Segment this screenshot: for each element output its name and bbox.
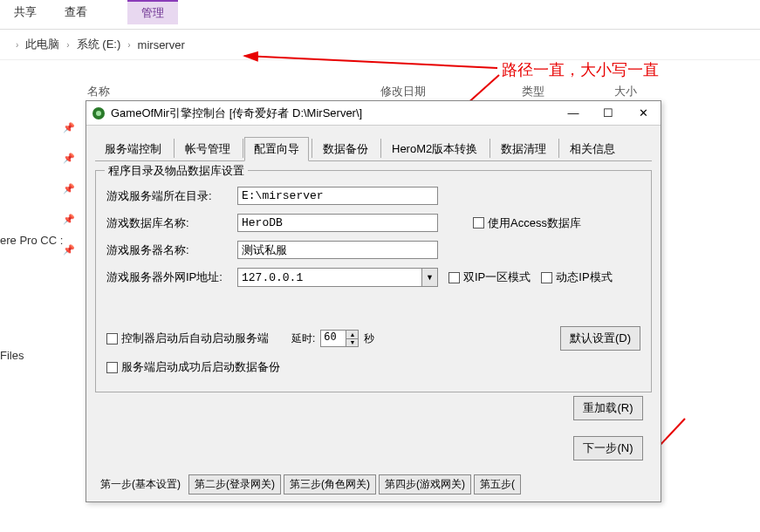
label-unit: 秒 — [364, 331, 374, 346]
svg-point-4 — [96, 111, 101, 116]
next-button[interactable]: 下一步(N) — [573, 436, 643, 460]
label-ip: 游戏服务器外网IP地址: — [106, 269, 237, 285]
tab-view[interactable]: 查看 — [51, 1, 101, 24]
label-dir: 游戏服务端所在目录: — [106, 188, 237, 204]
bc-thispc[interactable]: 此电脑 — [25, 37, 59, 52]
tab-cleanup[interactable]: 数据清理 — [491, 137, 556, 161]
spin-up-icon[interactable]: ▲ — [346, 331, 358, 339]
pin-icon: 📌 — [63, 244, 75, 256]
input-server-name[interactable] — [237, 241, 438, 259]
pin-icon: 📌 — [63, 153, 75, 164]
dialog-window: GameOfMir引擎控制台 [传奇爱好者 D:\MirServer\] — ☐… — [86, 100, 661, 502]
step-2[interactable]: 第二步(登录网关) — [188, 474, 281, 494]
ribbon-tabs: 共享 查看 管理 — [0, 0, 760, 24]
col-size[interactable]: 大小 — [614, 84, 637, 99]
label-db: 游戏数据库名称: — [106, 215, 237, 231]
checkbox-autostart[interactable]: 控制器启动后自动启动服务端 — [106, 331, 269, 346]
step-4[interactable]: 第四步(游戏网关) — [379, 474, 471, 494]
col-name[interactable]: 名称 — [87, 84, 110, 99]
checkbox-access[interactable]: 使用Access数据库 — [473, 215, 581, 231]
group-title: 程序目录及物品数据库设置 — [105, 163, 248, 179]
maximize-button[interactable]: ☐ — [591, 101, 626, 126]
spin-down-icon[interactable]: ▼ — [346, 339, 358, 347]
combo-ip[interactable]: 127.0.0.1 ▼ — [237, 268, 438, 287]
label-delay: 延时: — [291, 331, 315, 346]
tab-account[interactable]: 帐号管理 — [175, 137, 240, 161]
tab-server-control[interactable]: 服务端控制 — [95, 137, 171, 161]
checkbox-autobackup[interactable]: 服务端启动成功后启动数据备份 — [106, 359, 280, 375]
column-headers: 名称 修改日期 类型 大小 — [87, 84, 637, 99]
tab-config-wizard[interactable]: 配置向导 — [244, 137, 309, 161]
minimize-button[interactable]: — — [556, 101, 591, 126]
window-title: GameOfMir引擎控制台 [传奇爱好者 D:\MirServer\] — [111, 106, 556, 121]
step-5[interactable]: 第五步( — [474, 474, 521, 494]
settings-group: 程序目录及物品数据库设置 游戏服务端所在目录: 游戏数据库名称: 使用Acces… — [95, 170, 652, 392]
checkbox-dualip[interactable]: 双IP一区模式 — [448, 269, 531, 285]
dialog-tabs: 服务端控制 帐号管理 配置向导 数据备份 HeroM2版本转换 数据清理 相关信… — [95, 136, 652, 161]
bc-drive[interactable]: 系统 (E:) — [77, 37, 121, 52]
sidebar-item[interactable]: ere Pro CC : — [0, 234, 63, 247]
input-game-dir[interactable] — [237, 187, 438, 205]
chevron-right-icon: › — [66, 40, 69, 50]
tab-backup[interactable]: 数据备份 — [313, 137, 378, 161]
app-icon — [92, 106, 106, 120]
default-button[interactable]: 默认设置(D) — [560, 326, 640, 351]
step-row: 第一步(基本设置) 第二步(登录网关) 第三步(角色网关) 第四步(游戏网关) … — [95, 474, 652, 494]
tab-info[interactable]: 相关信息 — [560, 137, 625, 161]
chevron-right-icon: › — [127, 40, 130, 50]
pin-icon: 📌 — [63, 214, 75, 225]
close-button[interactable]: ✕ — [626, 101, 661, 126]
spin-delay[interactable]: 60 ▲ ▼ — [320, 330, 359, 347]
col-date[interactable]: 修改日期 — [380, 84, 426, 99]
step-3[interactable]: 第三步(角色网关) — [284, 474, 376, 494]
sidebar-item[interactable]: Files — [0, 349, 24, 362]
titlebar: GameOfMir引擎控制台 [传奇爱好者 D:\MirServer\] — ☐… — [86, 101, 661, 126]
tab-manage[interactable]: 管理 — [127, 0, 178, 24]
breadcrumb[interactable]: › 此电脑 › 系统 (E:) › mirserver — [0, 30, 760, 60]
reload-button[interactable]: 重加载(R) — [573, 396, 643, 420]
bc-folder[interactable]: mirserver — [138, 38, 185, 51]
pin-icon: 📌 — [63, 183, 75, 194]
pin-icon: 📌 — [63, 122, 75, 133]
col-type[interactable]: 类型 — [522, 84, 544, 99]
chevron-right-icon: › — [16, 40, 18, 50]
input-db-name[interactable] — [237, 214, 438, 232]
annotation-text: 路径一直，大小写一直 — [502, 59, 659, 80]
label-server: 游戏服务器名称: — [106, 242, 237, 258]
chevron-down-icon[interactable]: ▼ — [421, 269, 437, 286]
tab-share[interactable]: 共享 — [0, 1, 51, 24]
tab-herom2[interactable]: HeroM2版本转换 — [382, 137, 487, 161]
step-1[interactable]: 第一步(基本设置) — [95, 475, 186, 494]
checkbox-dynamicip[interactable]: 动态IP模式 — [541, 269, 612, 285]
